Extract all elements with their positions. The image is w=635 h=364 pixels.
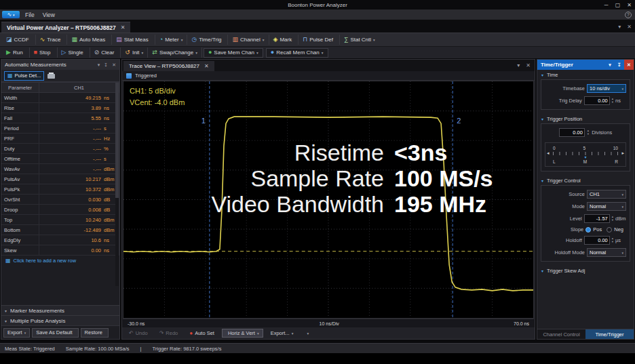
view-toolbar-button[interactable]: ◔ Meter ▾: [155, 35, 188, 45]
toolbar-button-icon: ●: [271, 49, 274, 56]
slider-left-arrow-icon[interactable]: ◂: [547, 150, 550, 156]
pin-icon[interactable]: ↧: [104, 62, 108, 68]
measurement-row[interactable]: PulsAv 10.217dBm: [1, 174, 119, 184]
trigger-position-header[interactable]: ▾ Trigger Position: [537, 114, 634, 123]
measurement-row[interactable]: Period -.---s: [1, 123, 119, 134]
view-toolbar-button[interactable]: ▥ Channel ▾: [228, 35, 269, 45]
collapse-chevron-icon[interactable]: ▾: [605, 60, 615, 70]
trace-view-tab[interactable]: Trace View – RTP5006J8827 ✕: [123, 61, 214, 71]
trigger-control-header[interactable]: ▾ Trigger Control: [537, 176, 634, 185]
collapsed-section-header[interactable]: ▾ Multiple Pulse Analysis: [1, 315, 119, 325]
trace-tab-close-icon[interactable]: ✕: [204, 63, 209, 69]
tab-list-caret-icon[interactable]: ▾: [618, 24, 621, 30]
view-toolbar-button[interactable]: ⊓ Pulse Def: [299, 35, 340, 45]
control-toolbar-button[interactable]: ⊘ Clear: [90, 47, 121, 58]
trigger-position-input[interactable]: [559, 128, 585, 137]
oscilloscope-display[interactable]: 12 CH1: 5 dB/div VCent: -4.0 dBm Risetim…: [123, 81, 534, 319]
control-toolbar-button[interactable]: ● Save Mem Chan ▾: [204, 48, 263, 58]
status-text: |: [140, 346, 142, 352]
collapsed-section-header[interactable]: ▾ Marker Measurements: [1, 305, 119, 315]
measurement-row[interactable]: OvrSht 0.030dB: [1, 195, 119, 205]
left-panel-scrollbar[interactable]: [115, 83, 119, 286]
slope-pos-radio[interactable]: [585, 227, 591, 232]
tabstrip-close-icon[interactable]: ✕: [627, 24, 632, 30]
measurement-row[interactable]: Bottom -12.489dBm: [1, 225, 119, 235]
view-toolbar-button[interactable]: ◷ Time/Trig: [187, 35, 228, 45]
panel-close-icon[interactable]: ✕: [624, 60, 634, 70]
control-toolbar-button[interactable]: ⇄ Swap/Change ▾: [148, 47, 202, 58]
app-tab[interactable]: Virtual Power Analyzer – RTP5006J8827 ✕: [1, 22, 130, 33]
control-toolbar-button[interactable]: ▶ Run: [2, 47, 30, 58]
view-toolbar-button[interactable]: ∑ Stat Cntl ▾: [340, 35, 379, 45]
slider-right-arrow-icon[interactable]: ▸: [621, 150, 624, 156]
menu-item[interactable]: View: [39, 12, 59, 18]
pin-icon[interactable]: ↧: [615, 60, 624, 70]
control-toolbar-button[interactable]: ▷ Single: [58, 47, 90, 58]
measurement-row[interactable]: PRF -.---Hz: [1, 134, 119, 144]
view-toolbar-button[interactable]: ▦ Auto Meas: [67, 35, 112, 45]
trigger-level-input[interactable]: [584, 214, 610, 223]
section-label: Multiple Pulse Analysis: [10, 318, 65, 324]
timebase-dropdown[interactable]: 10 ns/div ▾: [587, 84, 626, 93]
minimize-icon[interactable]: ─: [600, 0, 612, 9]
help-icon[interactable]: ?: [625, 12, 632, 18]
time-section-header[interactable]: ▾ Time: [537, 70, 634, 79]
close-icon[interactable]: ✕: [623, 0, 635, 9]
dropdown-caret-icon: ▾: [621, 205, 623, 209]
table-grid-icon: ▦: [5, 258, 11, 264]
panel-close-icon[interactable]: ✕: [112, 62, 116, 68]
footer-button[interactable]: Restore: [81, 328, 109, 338]
control-toolbar-button[interactable]: ■ Stop: [30, 47, 58, 58]
view-toolbar-button[interactable]: ∿ Trace: [36, 35, 68, 45]
measurement-row[interactable]: Rise 3.89ns: [1, 103, 119, 113]
control-toolbar-button[interactable]: ↺ Init ▾: [121, 47, 148, 58]
measurement-row[interactable]: Droop 0.008dB: [1, 205, 119, 215]
trigger-source-dropdown[interactable]: CH1▾: [587, 190, 626, 199]
measurement-row[interactable]: PulsPk 10.372dBm: [1, 184, 119, 195]
trigger-skew-header[interactable]: ▾ Trigger Skew Adj: [537, 266, 634, 275]
footer-button[interactable]: Export ▾: [3, 328, 30, 338]
tab-list-caret-icon[interactable]: ▾: [517, 62, 520, 68]
slope-neg-radio[interactable]: [607, 227, 612, 232]
measurement-row[interactable]: Top 10.240dBm: [1, 215, 119, 225]
trig-delay-input[interactable]: [584, 96, 610, 105]
spinner-control[interactable]: ▴▾: [588, 129, 589, 135]
trace-footer-button[interactable]: ▾: [299, 329, 313, 338]
spinner-control[interactable]: ▴▾: [612, 98, 613, 103]
trace-footer-button[interactable]: Horiz & Vert ▾: [222, 329, 263, 338]
spinner-control[interactable]: ▴▾: [612, 216, 613, 221]
scrollbar-thumb[interactable]: [115, 83, 119, 198]
panel-close-icon[interactable]: ✕: [526, 62, 531, 68]
measurement-row[interactable]: Offtime -.---s: [1, 154, 119, 164]
holdoff-mode-dropdown[interactable]: Normal▾: [587, 248, 626, 257]
right-panel-tab[interactable]: Channel Control: [537, 329, 585, 339]
maximize-icon[interactable]: ▢: [612, 0, 623, 9]
boonton-logo-icon[interactable]: ∿▾: [2, 11, 20, 18]
view-toolbar-button[interactable]: ▤ Stat Meas: [112, 35, 155, 45]
right-panel-tab[interactable]: Time/Trigger: [585, 329, 634, 339]
footer-button[interactable]: Save As Default: [32, 328, 78, 338]
pulse-det-button[interactable]: ▦ Pulse Det...: [4, 71, 44, 81]
measurement-row[interactable]: EdgDly 10.6ns: [1, 235, 119, 245]
control-toolbar-button[interactable]: ● Recall Mem Chan ▾: [266, 48, 328, 58]
view-toolbar-button[interactable]: ◪ CCDF: [2, 35, 36, 45]
measurement-row[interactable]: WavAv -.---dBm: [1, 164, 119, 174]
measurement-row[interactable]: Fall 5.55ns: [1, 113, 119, 123]
collapse-chevron-icon[interactable]: ▾: [98, 62, 100, 68]
print-icon[interactable]: [47, 74, 55, 79]
measurement-row[interactable]: Duty -.---%: [1, 144, 119, 154]
trace-footer-button[interactable]: Export... ▾: [265, 329, 298, 338]
spinner-control[interactable]: ▴▾: [612, 237, 613, 243]
trigger-mode-dropdown[interactable]: Normal▾: [587, 202, 626, 211]
menu-item[interactable]: File: [21, 12, 39, 18]
trace-footer-button[interactable]: ↷ Redo: [155, 329, 185, 338]
trace-footer-button[interactable]: ↶ Undo: [125, 329, 154, 338]
measurement-row[interactable]: Width 49.215ns: [1, 93, 119, 103]
measurement-row[interactable]: Skew 0.00ns: [1, 245, 119, 256]
holdoff-input[interactable]: [584, 236, 610, 245]
view-toolbar-button[interactable]: ◈ Mark: [269, 35, 299, 45]
add-measurement-row[interactable]: ▦ Click here to add a new row: [1, 256, 119, 266]
trigger-position-slider[interactable]: ◂ ▸ 0510 ▾ LMR: [545, 142, 626, 167]
trace-footer-button[interactable]: ● Auto Set: [185, 329, 220, 338]
app-tab-close-icon[interactable]: ✕: [121, 24, 126, 31]
